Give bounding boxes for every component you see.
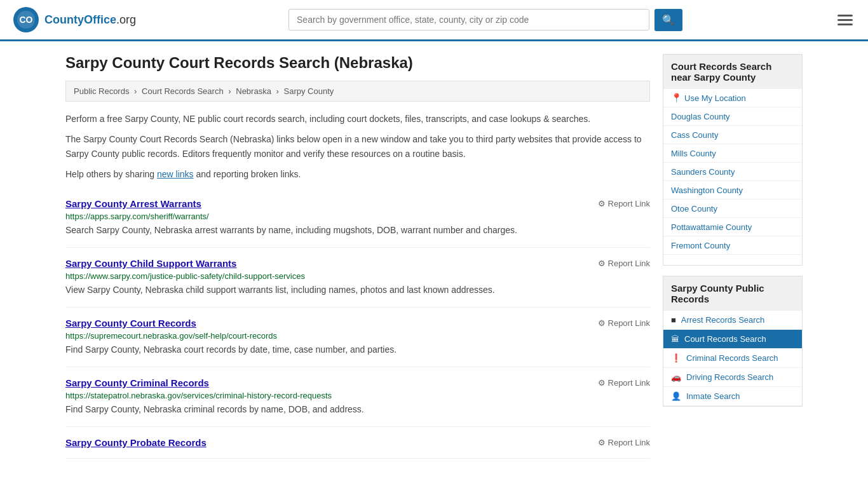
result-item: Sarpy County Court Records ⚙ Report Link… [65,308,650,367]
arrest-records-link[interactable]: Arrest Records Search [681,315,765,325]
list-item: Mills County [663,144,802,163]
list-item: Saunders County [663,163,802,181]
list-item: Cass County [663,126,802,144]
result-desc-3: Find Sarpy County, Nebraska criminal rec… [65,403,650,416]
result-desc-0: Search Sarpy County, Nebraska arrest war… [65,224,650,237]
use-my-location-item: 📍 Use My Location [663,89,802,107]
driving-records-link[interactable]: Driving Records Search [686,372,773,382]
search-input[interactable] [288,9,649,30]
report-link-0[interactable]: ⚙ Report Link [598,199,650,208]
menu-line [837,19,853,21]
result-header: Sarpy County Court Records ⚙ Report Link [65,318,650,329]
nearby-counties-list: 📍 Use My Location Douglas County Cass Co… [663,89,802,255]
breadcrumb: Public Records › Court Records Search › … [65,81,650,102]
report-icon: ⚙ [598,378,606,388]
report-icon: ⚙ [598,259,606,268]
results-list: Sarpy County Arrest Warrants ⚙ Report Li… [65,188,650,459]
logo-icon: CO [13,6,39,33]
list-item: 👤 Inmate Search [663,387,802,406]
county-link-otoe[interactable]: Otoe County [671,204,717,214]
description-2: The Sarpy County Court Records Search (N… [65,132,650,161]
result-desc-1: View Sarpy County, Nebraska child suppor… [65,283,650,297]
report-icon: ⚙ [598,199,606,208]
result-url-0: https://apps.sarpy.com/sheriff/warrants/ [65,212,650,221]
breadcrumb-public-records[interactable]: Public Records [74,86,129,96]
list-item: Fremont County [663,236,802,255]
result-url-1: https://www.sarpy.com/justice-public-saf… [65,271,650,281]
arrest-icon: ■ [671,315,676,325]
public-records-block: Sarpy County Public Records ■ Arrest Rec… [663,276,803,407]
search-icon: 🔍 [662,15,675,25]
result-title-probate-records[interactable]: Sarpy County Probate Records [65,437,207,448]
new-links-link[interactable]: new links [157,169,194,179]
sidebar: Court Records Search near Sarpy County 📍… [663,54,803,459]
result-title-child-support[interactable]: Sarpy County Child Support Warrants [65,258,236,269]
list-item-active: 🏛 Court Records Search [663,330,802,349]
result-header: Sarpy County Criminal Records ⚙ Report L… [65,377,650,388]
result-header: Sarpy County Probate Records ⚙ Report Li… [65,437,650,448]
description-1: Perform a free Sarpy County, NE public c… [65,112,650,126]
main-container: Sarpy County Court Records Search (Nebra… [53,41,815,471]
public-records-list: ■ Arrest Records Search 🏛 Court Records … [663,311,802,406]
inmate-icon: 👤 [671,391,681,401]
public-records-section-title: Sarpy County Public Records [663,276,802,311]
court-records-link[interactable]: Court Records Search [684,334,766,344]
menu-line [837,15,853,17]
page-title: Sarpy County Court Records Search (Nebra… [65,54,650,72]
county-link-cass[interactable]: Cass County [671,130,718,140]
search-bar: 🔍 [288,9,682,31]
result-item: Sarpy County Probate Records ⚙ Report Li… [65,427,650,459]
report-icon: ⚙ [598,438,606,447]
court-icon: 🏛 [671,334,679,344]
menu-line [837,24,853,25]
svg-text:CO: CO [20,15,33,25]
county-link-pottawattamie[interactable]: Pottawattamie County [671,222,752,232]
result-item: Sarpy County Arrest Warrants ⚙ Report Li… [65,188,650,248]
breadcrumb-court-records-search[interactable]: Court Records Search [142,86,224,96]
description-3: Help others by sharing new links and rep… [65,167,650,181]
list-item: Douglas County [663,107,802,126]
content-area: Sarpy County Court Records Search (Nebra… [65,54,650,459]
result-title-court-records[interactable]: Sarpy County Court Records [65,318,196,329]
list-item: ❗ Criminal Records Search [663,349,802,368]
breadcrumb-nebraska[interactable]: Nebraska [236,86,271,96]
result-url-2: https://supremecourt.nebraska.gov/self-h… [65,331,650,341]
result-desc-2: Find Sarpy County, Nebraska court record… [65,343,650,356]
result-item: Sarpy County Child Support Warrants ⚙ Re… [65,248,650,308]
list-item: ■ Arrest Records Search [663,311,802,330]
county-link-fremont[interactable]: Fremont County [671,241,730,250]
list-item: Otoe County [663,200,802,218]
site-header: CO CountyOffice.org 🔍 [0,0,868,41]
nearby-counties-block: Court Records Search near Sarpy County 📍… [663,54,803,266]
location-icon: 📍 [671,93,682,103]
result-header: Sarpy County Arrest Warrants ⚙ Report Li… [65,198,650,209]
use-my-location-link[interactable]: Use My Location [684,93,746,103]
search-button[interactable]: 🔍 [654,9,682,31]
criminal-icon: ❗ [671,353,681,363]
logo-text: CountyOffice.org [44,13,136,27]
county-link-washington[interactable]: Washington County [671,186,743,195]
nearby-section-title: Court Records Search near Sarpy County [663,55,802,89]
report-link-2[interactable]: ⚙ Report Link [598,318,650,328]
list-item: Washington County [663,181,802,200]
driving-icon: 🚗 [671,372,681,382]
result-item: Sarpy County Criminal Records ⚙ Report L… [65,367,650,427]
inmate-search-link[interactable]: Inmate Search [686,391,740,401]
county-link-douglas[interactable]: Douglas County [671,112,730,121]
list-item: Pottawattamie County [663,218,802,236]
county-link-mills[interactable]: Mills County [671,149,716,158]
report-icon: ⚙ [598,318,606,328]
report-link-1[interactable]: ⚙ Report Link [598,259,650,268]
result-header: Sarpy County Child Support Warrants ⚙ Re… [65,258,650,269]
county-link-saunders[interactable]: Saunders County [671,167,735,177]
result-title-arrest-warrants[interactable]: Sarpy County Arrest Warrants [65,198,201,209]
result-url-3: https://statepatrol.nebraska.gov/service… [65,391,650,400]
logo: CO CountyOffice.org [13,6,136,33]
hamburger-menu-button[interactable] [835,12,855,28]
report-link-4[interactable]: ⚙ Report Link [598,438,650,447]
result-title-criminal-records[interactable]: Sarpy County Criminal Records [65,377,209,388]
criminal-records-link[interactable]: Criminal Records Search [686,353,778,363]
list-item: 🚗 Driving Records Search [663,368,802,387]
breadcrumb-sarpy-county[interactable]: Sarpy County [283,86,334,96]
report-link-3[interactable]: ⚙ Report Link [598,378,650,388]
